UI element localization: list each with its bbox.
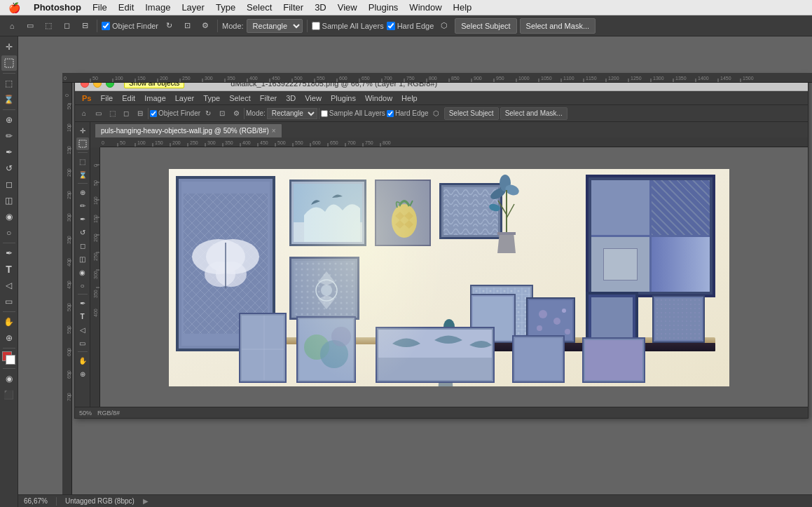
- inner-healing-tool[interactable]: ⊕: [76, 186, 89, 198]
- inner-select-mask-button[interactable]: Select and Mask...: [500, 107, 567, 120]
- sample-all-layers-checkbox[interactable]: [312, 22, 320, 30]
- object-finder-label[interactable]: Object Finder: [112, 22, 158, 30]
- selection-tool[interactable]: [1, 55, 17, 71]
- menu-layer[interactable]: Layer: [176, 2, 210, 13]
- hard-edge-label[interactable]: Hard Edge: [397, 22, 434, 30]
- select-and-mask-button[interactable]: Select and Mask...: [520, 18, 596, 34]
- blur-tool[interactable]: ◉: [1, 209, 17, 224]
- screen-mode-icon[interactable]: ⬛: [1, 387, 17, 403]
- inner-hand-tool[interactable]: ✋: [76, 354, 89, 367]
- zoom-tool[interactable]: ⊕: [1, 330, 17, 346]
- inner-dodge-tool[interactable]: ○: [76, 279, 89, 292]
- inner-sample-checkbox[interactable]: [321, 110, 328, 117]
- object-finder-checkbox[interactable]: [102, 22, 110, 30]
- inner-move-icon[interactable]: ⬚: [106, 107, 118, 120]
- inner-settings-icon[interactable]: ⊡: [216, 107, 228, 120]
- app-menu-photoshop[interactable]: Photoshop: [28, 2, 87, 13]
- inner-menu-image[interactable]: Image: [140, 94, 170, 102]
- inner-zoom-tool[interactable]: ⊕: [76, 367, 89, 380]
- eyedropper-tool[interactable]: ⌛: [1, 92, 17, 107]
- inner-blur-tool[interactable]: ◉: [76, 266, 89, 278]
- gradient-tool[interactable]: ◫: [1, 193, 17, 208]
- menu-type[interactable]: Type: [210, 2, 241, 13]
- status-arrow[interactable]: ▶: [143, 497, 149, 505]
- inner-hard-edge-checkbox[interactable]: [387, 110, 394, 117]
- inner-menu-select[interactable]: Select: [225, 94, 255, 102]
- eraser-tool[interactable]: ◻: [1, 177, 17, 192]
- refresh-icon[interactable]: ↻: [161, 18, 177, 34]
- quick-mask-icon[interactable]: ◉: [1, 371, 17, 386]
- menu-view[interactable]: View: [332, 2, 363, 13]
- inner-brush-tool[interactable]: ✏: [76, 199, 89, 212]
- clone-stamp-tool[interactable]: ✒: [1, 144, 17, 160]
- hand-tool[interactable]: ✋: [1, 314, 17, 330]
- inner-menu-filter[interactable]: Filter: [256, 94, 281, 102]
- inner-clone-tool[interactable]: ✒: [76, 212, 89, 225]
- inner-menu-help[interactable]: Help: [397, 94, 422, 102]
- inner-document-tab[interactable]: puls-hanging-heavy-objects-wall.jpg @ 50…: [95, 123, 282, 137]
- inner-menu-layer[interactable]: Layer: [171, 94, 199, 102]
- inner-selection-tool[interactable]: [76, 137, 89, 150]
- home-icon[interactable]: ⌂: [4, 18, 20, 34]
- menu-filter[interactable]: Filter: [277, 2, 309, 13]
- inner-menu-window[interactable]: Window: [361, 94, 397, 102]
- inner-eraser-tool[interactable]: ◻: [76, 239, 89, 252]
- background-color[interactable]: [6, 355, 15, 365]
- inner-menu-edit[interactable]: Edit: [118, 94, 139, 102]
- apple-menu[interactable]: 🍎: [0, 2, 28, 13]
- inner-menu-plugins[interactable]: Plugins: [326, 94, 360, 102]
- healing-brush-tool[interactable]: ⊕: [1, 112, 17, 128]
- inner-menu-3d[interactable]: 3D: [282, 94, 300, 102]
- inner-path-tool[interactable]: ◁: [76, 323, 89, 336]
- inner-eyedropper-tool[interactable]: ⌛: [76, 168, 89, 181]
- path-selection-tool[interactable]: ◁: [1, 278, 17, 293]
- selection-preview-icon[interactable]: ⊡: [179, 18, 195, 34]
- inner-refresh-icon[interactable]: ↻: [202, 107, 214, 120]
- menu-window[interactable]: Window: [404, 2, 447, 13]
- inner-obj-finder-checkbox[interactable]: [150, 110, 157, 117]
- hard-edge-checkbox[interactable]: [387, 22, 395, 30]
- dodge-tool[interactable]: ○: [1, 225, 17, 241]
- inner-move-tool[interactable]: ✛: [76, 124, 89, 137]
- move-selection-icon[interactable]: ⬚: [41, 18, 56, 34]
- menu-3d[interactable]: 3D: [309, 2, 332, 13]
- rectangular-marquee-icon[interactable]: ▭: [22, 18, 38, 34]
- inner-menu-ps[interactable]: Ps: [78, 94, 95, 102]
- history-brush-tool[interactable]: ↺: [1, 161, 17, 176]
- settings-icon[interactable]: ⚙: [198, 18, 213, 34]
- inner-subtract-icon[interactable]: ⊟: [134, 107, 146, 120]
- pen-tool[interactable]: ✒: [1, 245, 17, 261]
- inner-gear-icon[interactable]: ⚙: [230, 107, 242, 120]
- select-subject-button[interactable]: Select Subject: [455, 18, 516, 34]
- inner-pen-tool[interactable]: ✒: [76, 297, 89, 309]
- crop-tool[interactable]: ⬚: [1, 76, 17, 91]
- inner-menu-view[interactable]: View: [301, 94, 326, 102]
- menu-file[interactable]: File: [87, 2, 113, 13]
- inner-home-icon[interactable]: ⌂: [78, 107, 90, 120]
- inner-text-tool[interactable]: T: [76, 310, 89, 323]
- menu-image[interactable]: Image: [139, 2, 176, 13]
- menu-select[interactable]: Select: [241, 2, 277, 13]
- inner-transform-icon[interactable]: ◻: [120, 107, 132, 120]
- inner-shape-tool[interactable]: ▭: [76, 337, 89, 349]
- inner-select-subject-button[interactable]: Select Subject: [444, 107, 499, 120]
- inner-rect-icon[interactable]: ▭: [92, 107, 104, 120]
- menu-help[interactable]: Help: [448, 2, 478, 13]
- inner-history-tool[interactable]: ↺: [76, 226, 89, 238]
- expand-icon[interactable]: ⬡: [436, 18, 452, 34]
- inner-tab-close[interactable]: ×: [272, 127, 276, 135]
- inner-gradient-tool[interactable]: ◫: [76, 252, 89, 265]
- subtract-selection-icon[interactable]: ⊟: [77, 18, 92, 34]
- shape-tool[interactable]: ▭: [1, 294, 17, 309]
- inner-canvas-viewport[interactable]: [90, 137, 808, 418]
- inner-menu-type[interactable]: Type: [199, 94, 224, 102]
- brush-tool[interactable]: ✏: [1, 128, 17, 144]
- inner-expand-icon[interactable]: ⬡: [430, 107, 443, 120]
- sample-all-layers-label[interactable]: Sample All Layers: [322, 22, 384, 30]
- menu-edit[interactable]: Edit: [113, 2, 139, 13]
- inner-mode-select[interactable]: Rectangle: [267, 108, 317, 119]
- inner-menu-file[interactable]: File: [96, 94, 117, 102]
- transform-selection-icon[interactable]: ◻: [59, 18, 74, 34]
- text-tool[interactable]: T: [1, 262, 17, 277]
- mode-select[interactable]: Rectangle Ellipse Lasso: [247, 19, 303, 33]
